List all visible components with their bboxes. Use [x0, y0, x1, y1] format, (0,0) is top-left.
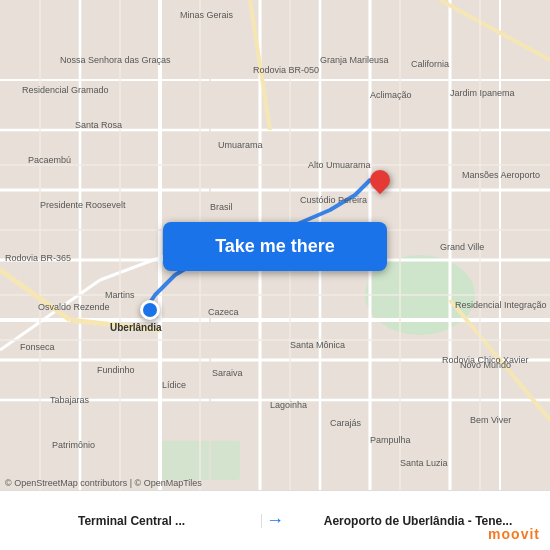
bottom-bar: Terminal Central ... → Aeroporto de Uber…	[0, 490, 550, 550]
map-container: Minas GeraisNossa Senhora das GraçasResi…	[0, 0, 550, 490]
origin-marker	[140, 300, 160, 320]
take-me-there-button[interactable]: Take me there	[163, 222, 387, 271]
arrow-icon: →	[266, 510, 284, 531]
map-attribution: © OpenStreetMap contributors | © OpenMap…	[5, 478, 202, 488]
to-label: Aeroporto de Uberlândia - Tene...	[324, 514, 512, 528]
from-label: Terminal Central ...	[78, 514, 185, 528]
route-from: Terminal Central ...	[10, 514, 262, 528]
moovit-logo: moovit	[488, 526, 540, 542]
destination-marker	[370, 170, 390, 198]
